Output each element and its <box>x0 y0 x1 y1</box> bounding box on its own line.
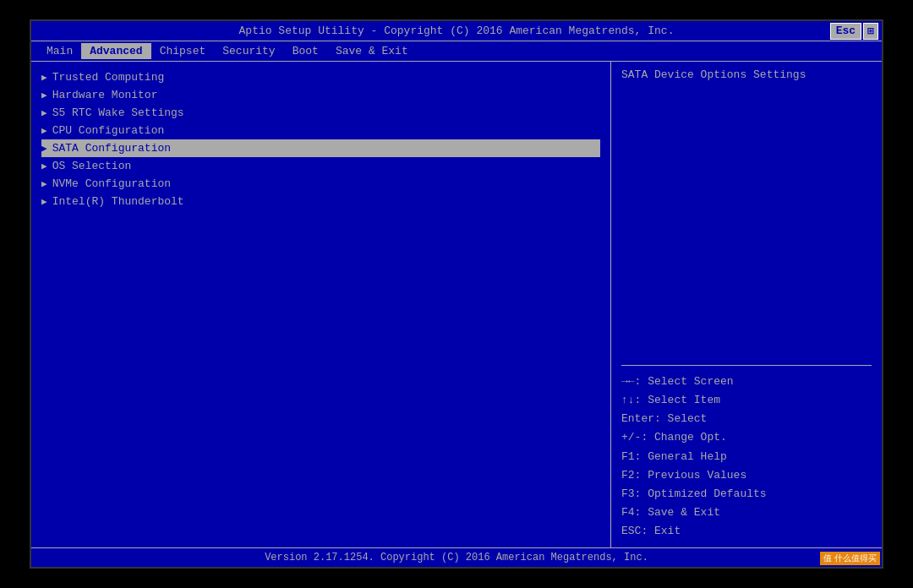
arrow-icon: ▶ <box>41 161 47 172</box>
right-panel: SATA Device Options Settings →←: Select … <box>611 62 882 547</box>
esc-button[interactable]: Esc <box>830 23 861 40</box>
nav-item-chipset[interactable]: Chipset <box>151 43 215 59</box>
menu-item[interactable]: ▶SATA Configuration <box>41 139 600 157</box>
help-line: +/-: Change Opt. <box>621 428 872 447</box>
nav-item-main[interactable]: Main <box>38 43 81 59</box>
bios-screen: Aptio Setup Utility - Copyright (C) 2016… <box>30 19 883 569</box>
help-line: ↑↓: Select Item <box>621 391 872 410</box>
arrow-icon: ▶ <box>41 125 47 136</box>
help-line: F2: Previous Values <box>621 466 872 485</box>
menu-item[interactable]: ▶CPU Configuration <box>41 122 600 139</box>
menu-item-label: SATA Configuration <box>52 142 171 155</box>
menu-item[interactable]: ▶OS Selection <box>41 157 600 175</box>
menu-item[interactable]: ▶Hardware Monitor <box>41 86 600 104</box>
menu-item-label: Intel(R) Thunderbolt <box>52 195 184 208</box>
menu-item-label: CPU Configuration <box>52 124 165 137</box>
nav-item-boot[interactable]: Boot <box>284 43 327 59</box>
menu-item[interactable]: ▶Trusted Computing <box>41 68 600 86</box>
menu-item-label: Hardware Monitor <box>52 89 158 101</box>
arrow-icon: ▶ <box>41 196 47 207</box>
watermark: 值 什么值得买 <box>820 552 880 565</box>
title-bar: Aptio Setup Utility - Copyright (C) 2016… <box>31 21 882 41</box>
nav-item-save-and-exit[interactable]: Save & Exit <box>327 43 417 59</box>
menu-item-label: NVMe Configuration <box>52 177 171 190</box>
help-line: Enter: Select <box>621 410 872 428</box>
menu-item-label: Trusted Computing <box>52 71 165 84</box>
help-line: F3: Optimized Defaults <box>621 485 872 504</box>
help-line: ESC: Exit <box>621 522 872 541</box>
menu-item-label: OS Selection <box>52 160 132 172</box>
help-line: F1: General Help <box>621 448 872 466</box>
content-area: ▶Trusted Computing▶Hardware Monitor▶S5 R… <box>31 62 882 547</box>
right-help: →←: Select Screen↑↓: Select ItemEnter: S… <box>621 365 872 541</box>
left-panel: ▶Trusted Computing▶Hardware Monitor▶S5 R… <box>31 62 611 547</box>
menu-item-label: S5 RTC Wake Settings <box>52 106 184 119</box>
title-text: Aptio Setup Utility - Copyright (C) 2016… <box>239 24 675 37</box>
arrow-icon: ▶ <box>41 143 47 154</box>
help-line: F4: Save & Exit <box>621 504 872 522</box>
footer: Version 2.17.1254. Copyright (C) 2016 Am… <box>31 547 882 567</box>
nav-item-security[interactable]: Security <box>214 43 283 59</box>
grid-button[interactable]: ⊞ <box>863 23 878 40</box>
nav-bar: MainAdvancedChipsetSecurityBootSave & Ex… <box>31 41 882 62</box>
arrow-icon: ▶ <box>41 178 47 189</box>
menu-item[interactable]: ▶S5 RTC Wake Settings <box>41 104 600 122</box>
right-info-text: SATA Device Options Settings <box>621 68 872 365</box>
arrow-icon: ▶ <box>41 90 47 101</box>
arrow-icon: ▶ <box>41 72 47 83</box>
nav-item-advanced[interactable]: Advanced <box>81 43 150 59</box>
help-line: →←: Select Screen <box>621 373 872 391</box>
menu-item[interactable]: ▶NVMe Configuration <box>41 175 600 193</box>
esc-box: Esc ⊞ <box>830 23 878 40</box>
menu-item[interactable]: ▶Intel(R) Thunderbolt <box>41 193 600 210</box>
arrow-icon: ▶ <box>41 107 47 118</box>
